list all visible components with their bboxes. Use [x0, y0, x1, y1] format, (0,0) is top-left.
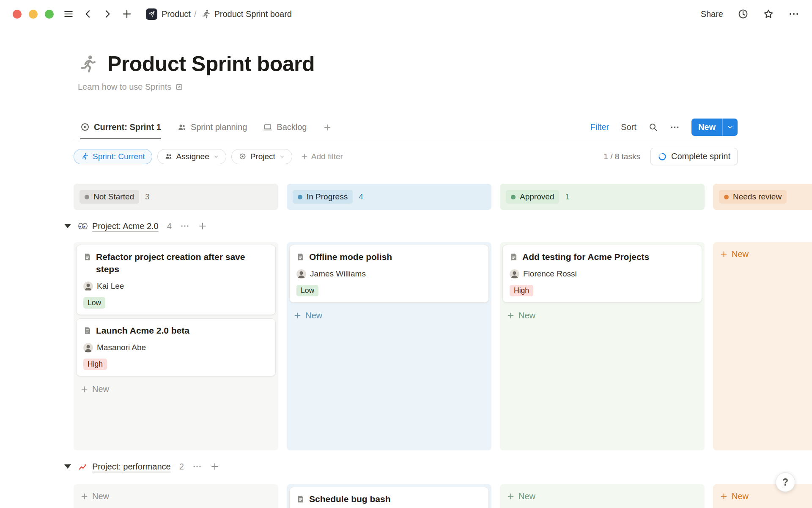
- collapse-triangle-icon[interactable]: [64, 464, 71, 469]
- people-icon: [177, 123, 187, 132]
- page-header: Product Sprint board Learn how to use Sp…: [78, 52, 812, 92]
- new-task-button[interactable]: New: [691, 119, 738, 136]
- task-card[interactable]: Schedule bug bash: [289, 487, 489, 508]
- group-count: 4: [167, 221, 172, 231]
- close-window-button[interactable]: [13, 10, 22, 19]
- project-filter-chip[interactable]: Project: [231, 149, 292, 164]
- assignee-name: Florence Rossi: [523, 269, 577, 279]
- minimize-window-button[interactable]: [29, 10, 38, 19]
- task-card[interactable]: Launch Acme 2.0 beta Masanori Abe High: [76, 318, 276, 376]
- group-options-icon[interactable]: [180, 221, 189, 231]
- page-doc-icon: [83, 326, 92, 335]
- search-icon[interactable]: [648, 122, 658, 132]
- assignee-filter-chip[interactable]: Assignee: [157, 149, 226, 164]
- task-card[interactable]: Add testing for Acme Projects Florence R…: [502, 245, 702, 303]
- sprint-filter-chip[interactable]: Sprint: Current: [74, 149, 152, 164]
- people-icon: [165, 152, 173, 160]
- plus-icon: [720, 250, 728, 258]
- priority-badge: High: [510, 285, 533, 296]
- page-doc-icon: [296, 253, 305, 261]
- add-view-button[interactable]: [323, 116, 332, 139]
- tab-current-sprint[interactable]: Current: Sprint 1: [80, 116, 161, 139]
- add-filter-button[interactable]: Add filter: [301, 152, 343, 161]
- tab-sprint-planning[interactable]: Sprint planning: [177, 116, 247, 139]
- plus-icon: [121, 8, 132, 19]
- new-card-button[interactable]: New: [716, 245, 812, 264]
- card-title: Schedule bug bash: [309, 493, 391, 505]
- column-name: Needs review: [733, 192, 782, 202]
- card-title: Offline mode polish: [309, 251, 392, 263]
- group-options-icon[interactable]: [192, 462, 202, 471]
- card-title: Launch Acme 2.0 beta: [96, 325, 189, 337]
- avatar: [510, 269, 519, 279]
- more-options-icon[interactable]: [788, 8, 799, 19]
- runner-icon: [81, 152, 89, 160]
- new-card-button[interactable]: New: [289, 306, 489, 325]
- group-add-icon[interactable]: [210, 462, 219, 471]
- status-pill: Approved: [506, 190, 559, 204]
- group-header-acme: Project: Acme 2.0 4: [64, 214, 812, 238]
- teamspace-icon: [146, 8, 157, 20]
- avatar: [83, 343, 93, 353]
- breadcrumb-team[interactable]: Product: [162, 9, 191, 19]
- column-approved: Add testing for Acme Projects Florence R…: [500, 242, 705, 450]
- new-card-label: New: [732, 491, 749, 501]
- forward-button[interactable]: [102, 8, 113, 19]
- status-dot-blue: [298, 195, 302, 199]
- new-card-button[interactable]: New: [76, 487, 276, 506]
- priority-badge: Low: [296, 285, 318, 296]
- plus-icon: [507, 312, 515, 320]
- group-performance-columns: New Schedule bug bash New New: [74, 484, 812, 508]
- favorite-star-icon[interactable]: [763, 8, 774, 19]
- new-task-label[interactable]: New: [691, 119, 722, 136]
- updates-clock-icon[interactable]: [738, 8, 749, 19]
- view-options-icon[interactable]: [670, 122, 680, 132]
- collapse-triangle-icon[interactable]: [64, 224, 71, 228]
- status-dot-green: [511, 195, 516, 199]
- task-card[interactable]: Offline mode polish James Williams Low: [289, 245, 489, 303]
- chevron-down-icon: [279, 154, 285, 160]
- new-card-button[interactable]: New: [502, 487, 702, 506]
- column-name: Not Started: [93, 192, 134, 202]
- assignee-name: Kai Lee: [97, 282, 124, 291]
- page-doc-icon: [296, 495, 305, 503]
- breadcrumb: Product / Product Sprint board: [146, 8, 292, 20]
- help-button[interactable]: ?: [776, 472, 795, 492]
- new-card-button[interactable]: New: [716, 487, 812, 506]
- group-name[interactable]: Project: Acme 2.0: [92, 221, 159, 231]
- new-page-button[interactable]: [121, 8, 132, 19]
- sort-button[interactable]: Sort: [621, 122, 636, 132]
- tab-backlog[interactable]: Backlog: [263, 116, 307, 139]
- zoom-window-button[interactable]: [45, 10, 54, 19]
- breadcrumb-page[interactable]: Product Sprint board: [214, 9, 292, 19]
- window-topbar: Product / Product Sprint board Share: [0, 0, 812, 28]
- sidebar-menu-button[interactable]: [63, 8, 74, 19]
- group-name[interactable]: Project: performance: [92, 462, 171, 472]
- column-name: In Progress: [307, 192, 348, 202]
- group-count: 2: [179, 462, 184, 472]
- chevron-down-icon: [727, 124, 734, 131]
- eyes-emoji-icon: [78, 221, 88, 231]
- new-card-button[interactable]: New: [76, 380, 276, 399]
- plus-icon: [720, 492, 728, 500]
- share-button[interactable]: Share: [701, 9, 723, 19]
- column-needs-review: New: [713, 484, 812, 508]
- column-header-in-progress[interactable]: In Progress 4: [287, 184, 491, 210]
- card-assignee: Florence Rossi: [510, 269, 695, 279]
- learn-link[interactable]: Learn how to use Sprints: [78, 82, 812, 92]
- new-task-dropdown[interactable]: [723, 119, 738, 136]
- column-header-needs-review[interactable]: Needs review: [713, 184, 812, 210]
- new-card-button[interactable]: New: [502, 306, 702, 325]
- back-button[interactable]: [82, 8, 93, 19]
- tab-label: Sprint planning: [191, 122, 247, 132]
- page-runner-icon[interactable]: [78, 54, 98, 74]
- column-header-not-started[interactable]: Not Started 3: [74, 184, 278, 210]
- filter-button[interactable]: Filter: [590, 122, 609, 132]
- group-add-icon[interactable]: [198, 221, 207, 231]
- column-header-approved[interactable]: Approved 1: [500, 184, 705, 210]
- complete-sprint-button[interactable]: Complete sprint: [650, 148, 738, 165]
- column-in-progress: Offline mode polish James Williams Low N…: [287, 242, 491, 450]
- column-approved: New: [500, 484, 705, 508]
- task-card[interactable]: Refactor project creation after save ste…: [76, 245, 276, 315]
- column-not-started: New: [74, 484, 278, 508]
